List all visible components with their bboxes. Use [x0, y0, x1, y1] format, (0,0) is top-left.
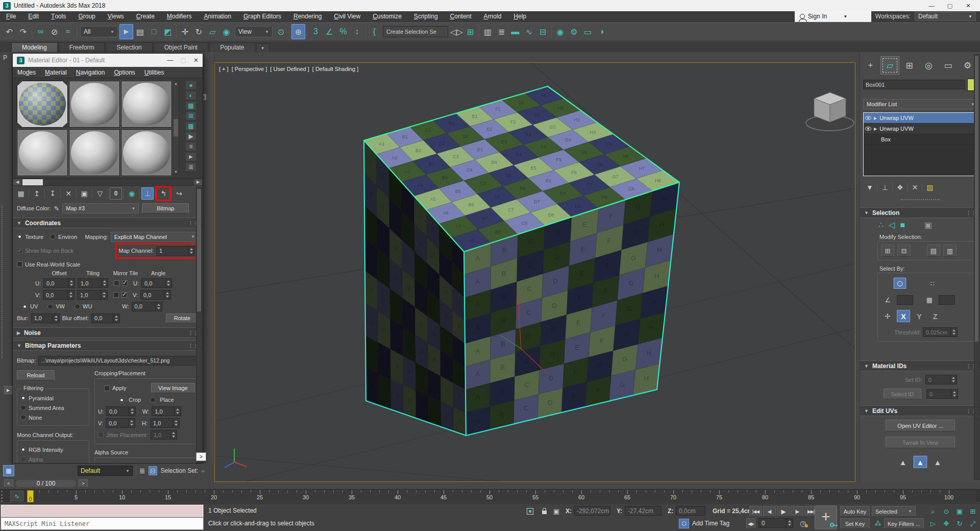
filtering-summed-area-radio[interactable] [20, 405, 26, 411]
sample-slot-5[interactable] [69, 129, 120, 176]
select-and-link-icon[interactable]: ∞ [34, 24, 47, 39]
auto-key-button[interactable]: Auto Key [840, 506, 870, 517]
menu-customize[interactable]: Customize [366, 11, 408, 21]
selected-box-object[interactable]: A1B1C1D1E1F1G1H1A2B2C2D2E2F2G2H2A3B3C3D3… [364, 86, 679, 436]
zoom-icon[interactable]: ⌕ [927, 506, 939, 517]
quick-peel-icon[interactable]: ▲ [913, 455, 927, 469]
open-uv-editor-button[interactable]: Open UV Editor ... [886, 420, 955, 431]
object-name-field[interactable]: Box001 [863, 80, 965, 89]
ribbon-tab-populate[interactable]: Populate [209, 42, 255, 52]
eyedropper-icon[interactable]: ✎ [54, 205, 59, 212]
reload-button[interactable]: Reload [17, 370, 55, 380]
apply-checkbox[interactable] [104, 385, 110, 391]
v-mirror-checkbox[interactable] [113, 292, 119, 298]
filtering-none-radio[interactable] [20, 415, 26, 420]
go-to-start-button[interactable]: |◀◀ [749, 506, 762, 517]
select-by-name-icon[interactable]: ▤ [133, 24, 147, 39]
get-material-icon[interactable]: ▦ [15, 187, 27, 200]
key-mode-icon[interactable]: ⁂ [872, 518, 884, 529]
frame-step-toggle[interactable]: ◀▶ [746, 518, 755, 529]
planar-threshold-field[interactable] [939, 295, 955, 305]
menu-civil-view[interactable]: Civil View [328, 11, 366, 21]
maxscript-listener-input[interactable] [1, 505, 203, 517]
scene-explorer-expand-button[interactable]: ▶ [4, 386, 12, 394]
motion-tab[interactable]: ◎ [919, 56, 938, 75]
window-crossing-icon[interactable]: ◩ [161, 24, 175, 39]
go-forward-to-sibling-icon[interactable]: ↪ [173, 187, 185, 200]
viewport-shading-menu[interactable]: [ Default Shading ] [312, 66, 359, 72]
mapping-dropdown[interactable]: Explicit Map Channel▼ [111, 232, 199, 242]
absolute-offset-mode-toggle[interactable]: ▣ [551, 506, 561, 516]
wu-radio[interactable] [75, 304, 80, 309]
play-animation-button[interactable]: ▶ [777, 506, 790, 517]
use-pivot-point-center-icon[interactable]: ⊙ [274, 24, 288, 39]
backlight-icon[interactable]: ◐ [185, 91, 197, 100]
isolate-selection-toggle[interactable] [525, 506, 535, 516]
orbit-subobject-icon[interactable]: ↻ [953, 518, 966, 529]
ribbon-tab-freeform[interactable]: Freeform [59, 42, 105, 52]
crop-h-spinner[interactable]: 1,0 [150, 418, 180, 428]
select-object-icon[interactable]: ► [119, 24, 133, 39]
me-menu-material[interactable]: Material [40, 69, 71, 76]
axis-x-button[interactable]: X [897, 310, 910, 322]
command-panel-scrollbar[interactable] [974, 54, 979, 480]
next-range-button[interactable]: > [79, 479, 88, 488]
edit-named-selection-sets-icon[interactable]: { [368, 24, 381, 39]
map-type-button[interactable]: Bitmap [142, 203, 189, 213]
element-mode-icon[interactable]: ▣ [924, 220, 931, 230]
ribbon-tab-modeling[interactable]: Modeling [11, 42, 58, 52]
panel-splitter[interactable] [901, 199, 940, 200]
w-angle-spinner[interactable]: 0,0 [132, 302, 162, 311]
me-menu-modes[interactable]: Modes [13, 69, 40, 76]
time-slider[interactable]: ∿ 0 051015202530354045505560657075808590… [0, 489, 980, 502]
u-mirror-checkbox[interactable] [114, 280, 119, 286]
sample-slot-1[interactable] [17, 81, 68, 128]
perspective-viewport[interactable]: [ + ] [ Perspective ] [ User Defined ] [… [214, 62, 855, 482]
layer-list-icon[interactable]: ≣ [139, 467, 145, 475]
polygon-mode-icon[interactable]: ■ [900, 221, 905, 230]
key-filters-button[interactable]: Key Filters ... [884, 518, 924, 529]
menu-views[interactable]: Views [102, 11, 130, 21]
select-by-angle-icon[interactable]: ∠ [881, 294, 894, 306]
y-coord-field[interactable]: -27,42cm [625, 506, 662, 516]
shrink-selection-button[interactable]: ⊟ [897, 245, 911, 257]
pan-view-icon[interactable]: ✥ [940, 518, 952, 529]
sample-uv-tiling-icon[interactable]: ⊞ [185, 111, 197, 120]
display-tab[interactable]: ▭ [939, 56, 958, 75]
bind-to-space-warp-icon[interactable]: ≈ [61, 24, 75, 39]
rectangular-selection-region-icon[interactable]: □ [147, 24, 161, 39]
material-id-channel-icon[interactable]: 0 [110, 187, 122, 200]
menu-edit[interactable]: Edit [22, 11, 45, 21]
sample-type-icon[interactable]: ● [185, 81, 197, 90]
set-key-button[interactable]: Set Key [840, 518, 870, 529]
render-setup-icon[interactable]: ⚙ [567, 24, 581, 39]
material-ids-rollout-header[interactable]: ▼Material IDs⋮⋮ [860, 360, 980, 371]
angle-threshold-field[interactable] [897, 295, 913, 305]
map-channel-spinner[interactable]: 1 [156, 246, 195, 256]
modifier-stack-row[interactable]: Box [864, 134, 978, 145]
crop-u-spinner[interactable]: 0,0 [106, 406, 136, 416]
snaps-toggle-icon[interactable]: 3 [309, 24, 323, 39]
noise-rollout-header[interactable]: ▶Noise⋮⋮ [13, 327, 203, 338]
me-menu-options[interactable]: Options [109, 69, 139, 76]
menu-animation[interactable]: Animation [198, 11, 237, 21]
background-icon[interactable]: ▦ [185, 101, 197, 110]
show-end-result-icon[interactable]: ⊥ [141, 187, 154, 200]
v-angle-spinner[interactable]: 0,0 [140, 290, 171, 300]
jitter-checkbox[interactable] [98, 432, 104, 438]
map-name-dropdown[interactable]: Map #3▼ [62, 203, 139, 213]
rollup-scroll-right-button[interactable]: > [196, 452, 206, 461]
select-by-cube-button[interactable]: ⬡ [893, 277, 906, 289]
menu-modifiers[interactable]: Modifiers [161, 11, 198, 21]
visibility-eye-icon[interactable] [865, 116, 871, 120]
tweak-in-view-button[interactable]: Tweak In View [886, 437, 955, 448]
show-end-result-stack-icon[interactable]: ⊥ [882, 183, 888, 191]
toggle-layer-explorer-icon[interactable]: ≣ [495, 24, 508, 39]
coordinates-rollout-header[interactable]: ▼Coordinates⋮⋮ [13, 218, 203, 228]
make-unique-icon[interactable]: ❖ [897, 183, 903, 191]
viewport-canvas[interactable]: A1B1C1D1E1F1G1H1A2B2C2D2E2F2G2H2A3B3C3D3… [215, 63, 855, 481]
configure-modifier-sets-icon[interactable]: ▨ [926, 183, 933, 191]
material-editor-icon[interactable]: ◉ [553, 24, 567, 39]
toolbar-overflow-chevrons[interactable]: » [202, 468, 205, 474]
toggle-scene-explorer-icon[interactable]: ▥ [481, 24, 495, 39]
